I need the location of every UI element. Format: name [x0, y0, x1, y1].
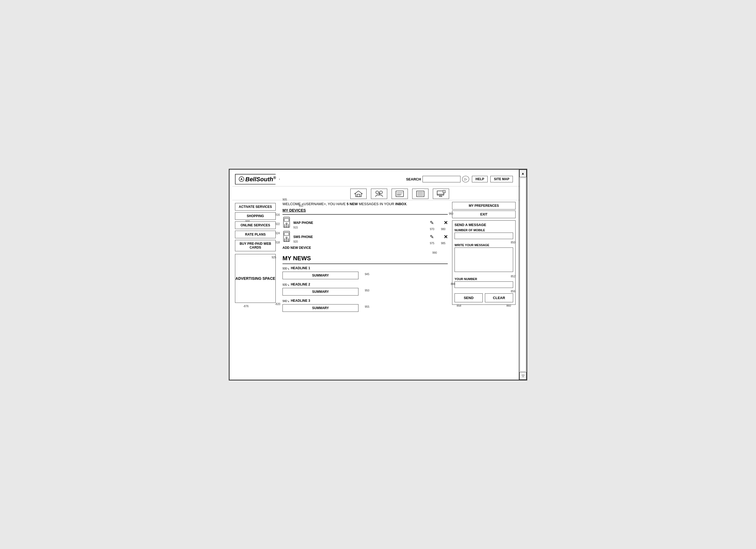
- news-summary-3: SUMMARY: [282, 304, 358, 312]
- my-devices-section: 910 MY DEVICES: [282, 208, 448, 250]
- news-summary-2: SUMMARY: [282, 288, 358, 296]
- ref-876: -876: [243, 305, 249, 308]
- send-message-panel: SEND A MESSAGE NUMBER OF MOBILE 850 WRIT…: [452, 220, 516, 305]
- ref-970: 970: [430, 228, 434, 231]
- ref-915: 915: [293, 226, 298, 229]
- wap-delete-icon[interactable]: ✕: [444, 220, 448, 226]
- ref-985: 985: [441, 242, 446, 245]
- sms-device-actions: 975 ✎ 985 ✕: [430, 234, 448, 240]
- my-preferences-button[interactable]: MY PREFERENCES: [452, 202, 516, 210]
- outer-frame: ▲ ▽ A BellSouth® SEARCH ▷ HELP SITE MAP: [229, 169, 527, 380]
- send-button[interactable]: SEND: [455, 293, 483, 302]
- ref-950: 950: [365, 289, 369, 292]
- svg-rect-22: [284, 218, 289, 221]
- news-headline-1: HEADLINE 1: [291, 266, 310, 270]
- ref-940-label: 940↘: [282, 300, 289, 303]
- wap-phone-name: WAP PHONE: [293, 221, 313, 225]
- svg-point-3: [380, 191, 383, 194]
- wap-device-actions: 970 ✎ 980 ✕: [430, 220, 448, 226]
- news-item-1: 930↘ HEADLINE 1 945 SUMMARY: [282, 266, 448, 279]
- news-headline-2: HEADLINE 2: [291, 283, 310, 286]
- sitemap-button[interactable]: SITE MAP: [490, 176, 513, 182]
- number-of-mobile-input[interactable]: [455, 233, 513, 239]
- sms-edit-icon[interactable]: ✎: [430, 234, 434, 240]
- news-item-2: 935↘ HEADLINE 2 950 SUMMARY: [282, 283, 448, 296]
- scroll-up-btn[interactable]: ▲: [519, 170, 526, 177]
- welcome-message: 905 WELCOME <USERNAME>, YOU HAVE 5 NEW M…: [282, 202, 448, 206]
- search-button[interactable]: ▷: [462, 176, 469, 182]
- sms-phone-icon: [282, 231, 291, 243]
- ref-860: 860: [506, 304, 511, 307]
- search-input[interactable]: [423, 176, 460, 182]
- send-clear-row: 858 SEND 860 CLEAR: [455, 293, 513, 302]
- nav-document-icon[interactable]: [392, 189, 408, 199]
- ref-945: 945: [365, 273, 369, 276]
- my-news-title: MY NEWS: [282, 255, 311, 262]
- logo-text: BellSouth®: [245, 176, 276, 183]
- scrollbar[interactable]: ▲ ▽: [519, 170, 526, 380]
- ref-910: 910: [299, 204, 303, 207]
- logo: A BellSouth®: [235, 174, 280, 185]
- sidebar-buy-prepaid[interactable]: BUY PRE-PAID WEB CARDS: [235, 240, 276, 251]
- header: A BellSouth® SEARCH ▷ HELP SITE MAP: [232, 172, 524, 186]
- sidebar-online-services[interactable]: ONLINE SERVICES: [235, 221, 276, 229]
- search-label: SEARCH: [406, 177, 421, 181]
- ref-920: 920: [293, 240, 298, 243]
- ref-856: 856: [511, 290, 515, 293]
- devices-divider: [282, 214, 448, 215]
- your-number-input[interactable]: [455, 281, 513, 288]
- ref-852: 852: [511, 275, 515, 278]
- add-new-device-link[interactable]: ADD NEW DEVICE: [282, 246, 311, 250]
- right-panel: MY PREFERENCES 960 EXIT SEND A MESSAGE N…: [450, 200, 516, 317]
- sms-phone-name: SMS PHONE: [293, 235, 313, 239]
- sidebar-rate-plans[interactable]: RATE PLANS: [235, 231, 276, 238]
- nav-transfer-icon[interactable]: [371, 189, 387, 199]
- news-item-3: 940↘ HEADLINE 3 955 SUMMARY: [282, 299, 448, 312]
- ref-935-label: 935↘: [282, 283, 289, 286]
- send-message-title: SEND A MESSAGE: [455, 223, 513, 227]
- device-row-sms: 920 SMS PHONE 975 ✎ 985 ✕: [282, 231, 448, 243]
- scrollbar-track: [520, 178, 526, 372]
- nav-home-icon[interactable]: [350, 189, 367, 199]
- ref-955: 955: [365, 305, 369, 308]
- wap-phone-icon: [282, 217, 291, 229]
- advertising-space: ADVERTISING SPACE: [235, 254, 276, 303]
- ref-960: 960: [449, 212, 453, 215]
- device-row-wap: 915 WAP PHONE 970 ✎ 980 ✕: [282, 217, 448, 229]
- ref-820: -820: [275, 303, 280, 306]
- main-area: 900 ACTIVATE SERVICES -816 SHOPPING -822…: [232, 200, 524, 317]
- sms-delete-icon[interactable]: ✕: [444, 234, 448, 240]
- svg-rect-31: [284, 233, 289, 236]
- exit-button[interactable]: EXIT: [452, 211, 516, 218]
- ref-905: 905: [282, 198, 287, 201]
- nav-computer-icon[interactable]: [433, 189, 449, 199]
- write-your-message-textarea[interactable]: [455, 247, 513, 272]
- news-summary-1: SUMMARY: [282, 272, 358, 279]
- svg-rect-1: [357, 194, 360, 197]
- svg-point-2: [376, 191, 379, 194]
- search-area: SEARCH ▷: [406, 176, 469, 182]
- center-content: 905 WELCOME <USERNAME>, YOU HAVE 5 NEW M…: [280, 200, 450, 317]
- nav-list-icon[interactable]: [412, 189, 428, 199]
- clear-button[interactable]: CLEAR: [485, 293, 513, 302]
- scroll-down-btn[interactable]: ▽: [519, 372, 526, 380]
- ref-975: 975: [430, 242, 434, 245]
- wap-edit-icon[interactable]: ✎: [430, 220, 434, 226]
- svg-rect-18: [443, 191, 446, 193]
- write-your-message-label: WRITE YOUR MESSAGE: [455, 243, 513, 247]
- svg-rect-5: [396, 191, 404, 196]
- icon-nav: [232, 186, 524, 200]
- ref-858: 858: [457, 304, 461, 307]
- ref-848: 848: [451, 283, 455, 285]
- logo-circle: A: [239, 176, 244, 182]
- sidebar-activate-services[interactable]: ACTIVATE SERVICES: [235, 203, 276, 211]
- number-of-mobile-label: NUMBER OF MOBILE: [455, 229, 513, 232]
- ref-925: 925: [272, 256, 276, 259]
- my-devices-title: MY DEVICES: [282, 208, 448, 212]
- sidebar-shopping[interactable]: SHOPPING: [235, 212, 276, 220]
- ref-990: 990: [432, 251, 437, 254]
- help-button[interactable]: HELP: [472, 176, 488, 182]
- ref-980: 980: [441, 228, 446, 231]
- news-headline-3: HEADLINE 3: [291, 299, 310, 303]
- right-top-buttons: MY PREFERENCES 960 EXIT: [452, 202, 516, 218]
